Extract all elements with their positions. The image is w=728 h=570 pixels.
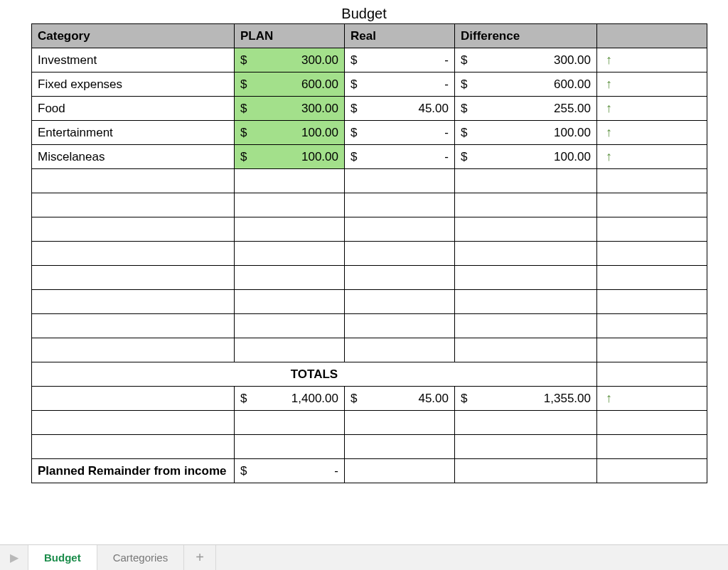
table-cell[interactable] [455,338,597,362]
table-cell[interactable] [455,411,597,435]
table-cell[interactable]: $600.00 [235,72,345,97]
table-cell[interactable] [597,193,707,217]
table-cell[interactable]: $100.00 [455,121,597,145]
table-cell[interactable] [345,217,455,242]
table-cell[interactable] [597,314,707,338]
tab-budget[interactable]: Budget [28,545,97,570]
table-cell[interactable] [235,242,345,266]
tab-nav-prev[interactable]: ▶ [0,545,28,570]
table-cell[interactable] [455,314,597,338]
header-difference[interactable]: Difference [455,24,597,48]
table-cell[interactable] [345,314,455,338]
table-row [32,266,707,290]
table-cell[interactable] [597,338,707,362]
table-cell[interactable] [235,314,345,338]
table-cell[interactable] [345,193,455,217]
table-cell[interactable]: $- [235,459,345,483]
table-cell[interactable] [455,290,597,314]
arrow-cell[interactable]: ↑ [597,121,707,145]
table-cell[interactable]: $45.00 [345,387,455,411]
header-category[interactable]: Category [32,24,235,48]
table-cell[interactable] [32,435,235,459]
table-cell[interactable] [32,242,235,266]
category-cell[interactable]: Investment [32,48,235,72]
table-cell[interactable] [597,411,707,435]
table-cell[interactable] [345,459,455,483]
table-cell[interactable] [32,169,235,193]
table-cell[interactable]: $100.00 [235,145,345,169]
table-cell[interactable] [345,338,455,362]
table-cell[interactable] [345,242,455,266]
table-cell[interactable] [32,290,235,314]
table-cell[interactable] [597,459,707,483]
header-plan[interactable]: PLAN [235,24,345,48]
table-cell[interactable] [455,266,597,290]
table-cell[interactable] [597,435,707,459]
table-cell[interactable] [455,169,597,193]
table-cell[interactable] [455,435,597,459]
table-cell[interactable]: $- [345,72,455,97]
table-cell[interactable] [345,169,455,193]
table-cell[interactable]: $300.00 [235,48,345,72]
table-cell[interactable] [345,266,455,290]
table-cell[interactable] [235,266,345,290]
header-blank[interactable] [597,24,707,48]
table-cell[interactable] [32,193,235,217]
table-cell[interactable] [455,193,597,217]
table-cell[interactable] [597,362,707,387]
remainder-label[interactable]: Planned Remainder from income [32,459,235,483]
table-cell[interactable] [235,217,345,242]
table-cell[interactable] [597,290,707,314]
table-cell[interactable] [32,314,235,338]
table-cell[interactable]: $300.00 [455,48,597,72]
table-cell[interactable] [455,242,597,266]
tab-categories[interactable]: Cartegories [97,545,185,570]
table-cell[interactable]: $255.00 [455,97,597,121]
table-row [32,217,707,242]
table-cell[interactable]: $1,355.00 [455,387,597,411]
table-cell[interactable] [597,169,707,193]
category-cell[interactable]: Fixed expenses [32,72,235,97]
table-cell[interactable] [455,459,597,483]
table-cell[interactable] [235,435,345,459]
arrow-cell[interactable]: ↑ [597,97,707,121]
table-cell[interactable] [597,266,707,290]
table-cell[interactable] [345,435,455,459]
arrow-cell[interactable]: ↑ [597,145,707,169]
arrow-cell[interactable]: ↑ [597,72,707,97]
table-cell[interactable] [32,338,235,362]
table-cell[interactable] [455,217,597,242]
table-cell[interactable] [32,387,235,411]
table-cell[interactable]: $300.00 [235,97,345,121]
arrow-cell[interactable]: ↑ [597,387,707,411]
table-cell[interactable]: $100.00 [235,121,345,145]
category-cell[interactable]: Entertainment [32,121,235,145]
arrow-cell[interactable]: ↑ [597,48,707,72]
header-real[interactable]: Real [345,24,455,48]
table-cell[interactable]: $100.00 [455,145,597,169]
tab-add[interactable]: + [184,545,216,570]
table-row [32,193,707,217]
table-cell[interactable] [235,411,345,435]
table-cell[interactable] [235,193,345,217]
table-cell[interactable] [32,411,235,435]
table-cell[interactable] [235,338,345,362]
table-cell[interactable] [235,290,345,314]
table-cell[interactable]: $- [345,48,455,72]
table-cell[interactable] [345,290,455,314]
table-cell[interactable]: $- [345,121,455,145]
table-cell[interactable]: $- [345,145,455,169]
table-cell[interactable] [32,266,235,290]
table-cell[interactable] [597,217,707,242]
totals-label[interactable]: TOTALS [32,362,597,387]
table-cell[interactable]: $1,400.00 [235,387,345,411]
table-cell[interactable] [345,411,455,435]
category-cell[interactable]: Miscelaneas [32,145,235,169]
table-row [32,169,707,193]
table-cell[interactable] [32,217,235,242]
category-cell[interactable]: Food [32,97,235,121]
table-cell[interactable] [597,242,707,266]
table-cell[interactable]: $600.00 [455,72,597,97]
table-cell[interactable] [235,169,345,193]
table-cell[interactable]: $45.00 [345,97,455,121]
